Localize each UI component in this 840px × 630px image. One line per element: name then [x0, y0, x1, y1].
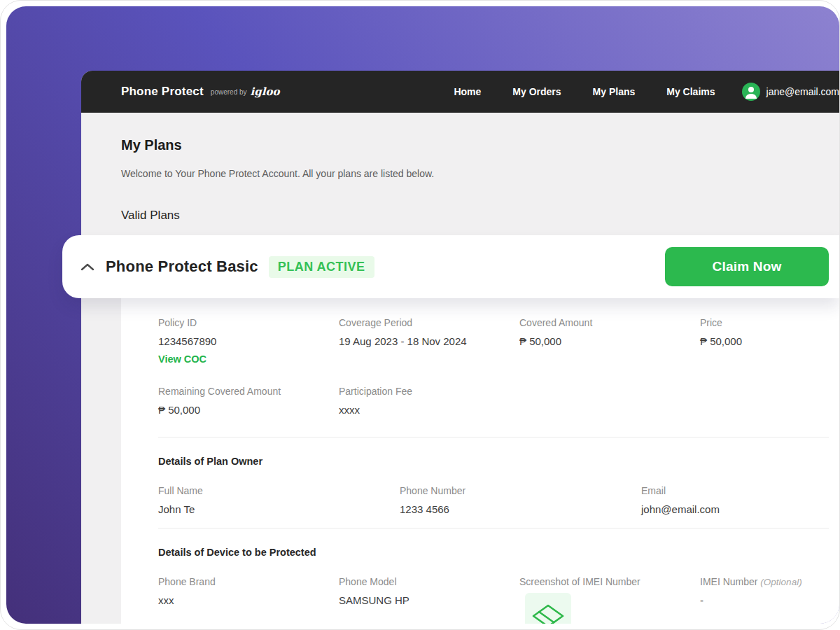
field-covered-amount: Covered Amount ₱ 50,000 [519, 317, 700, 365]
valid-plans-heading: Valid Plans [121, 209, 180, 223]
field-phone-model: Phone Model SAMSUNG HP [339, 576, 519, 624]
nav-links: Home My Orders My Plans My Claims [454, 86, 715, 97]
field-label: Remaining Covered Amount [158, 386, 339, 397]
plan-card-header: Phone Protect Basic PLAN ACTIVE Claim No… [62, 235, 839, 298]
field-label: Participation Fee [339, 386, 519, 397]
brand-title: Phone Protect [121, 85, 204, 99]
view-coc-link[interactable]: View COC [158, 354, 339, 365]
field-label: Phone Model [339, 576, 519, 587]
policy-fields-row2: Remaining Covered Amount ₱ 50,000 Partic… [158, 386, 829, 416]
field-value: ₱ 50,000 [519, 335, 700, 347]
field-full-name: Full Name John Te [158, 485, 400, 515]
field-value: ₱ 50,000 [700, 335, 839, 347]
field-label: Coverage Period [339, 317, 519, 328]
field-label: Covered Amount [519, 317, 700, 328]
nav-item-my-claims[interactable]: My Claims [666, 86, 715, 97]
field-value: SAMSUNG HP [339, 594, 519, 606]
field-value: xxxx [339, 404, 519, 416]
imei-screenshot-thumbnail[interactable] [525, 593, 571, 624]
plan-details-panel: Policy ID 1234567890 View COC Coverage P… [121, 298, 839, 624]
device-fields: Phone Brand xxx Phone Model SAMSUNG HP S… [158, 576, 829, 624]
device-section-title: Details of Device to be Protected [158, 547, 829, 558]
top-navbar: Phone Protect powered by igloo Home My O… [81, 71, 839, 113]
field-value: 19 Aug 2023 - 18 Nov 2024 [339, 335, 519, 347]
field-value: 1234567890 [158, 335, 339, 347]
field-label-text: IMEI Number [700, 576, 757, 587]
field-imei-number: IMEI Number (Optional) - [700, 576, 839, 624]
user-avatar-icon[interactable] [742, 83, 760, 101]
plan-name: Phone Protect Basic [106, 258, 258, 276]
image-placeholder-icon [530, 603, 566, 624]
field-value: 1233 4566 [400, 503, 641, 515]
nav-item-home[interactable]: Home [454, 86, 481, 97]
field-value: ₱ 50,000 [158, 404, 339, 416]
field-label: Full Name [158, 485, 400, 496]
field-label: Phone Brand [158, 576, 339, 587]
field-value: John Te [158, 503, 400, 515]
nav-item-my-orders[interactable]: My Orders [512, 86, 561, 97]
claim-now-button[interactable]: Claim Now [665, 247, 829, 286]
policy-fields-row1: Policy ID 1234567890 View COC Coverage P… [158, 317, 829, 365]
field-label: Email [641, 485, 839, 496]
user-email[interactable]: jane@email.com [766, 86, 839, 97]
field-label: Price [700, 317, 839, 328]
field-imei-screenshot: Screenshot of IMEI Number [519, 576, 700, 624]
optional-label: (Optional) [760, 577, 802, 587]
powered-by-label: powered by [211, 88, 247, 96]
field-value: xxx [158, 594, 339, 606]
plan-active-badge: PLAN ACTIVE [269, 256, 374, 278]
field-policy-id: Policy ID 1234567890 View COC [158, 317, 339, 365]
field-phone-number: Phone Number 1233 4566 [400, 485, 641, 515]
app-window: Phone Protect powered by igloo Home My O… [81, 71, 839, 624]
field-value: john@email.com [641, 503, 839, 515]
field-remaining-covered-amount: Remaining Covered Amount ₱ 50,000 [158, 386, 339, 416]
page-subtitle: Welcome to Your Phone Protect Account. A… [121, 168, 434, 179]
chevron-up-icon [80, 263, 94, 271]
owner-section-title: Details of Plan Owner [158, 456, 829, 467]
owner-fields: Full Name John Te Phone Number 1233 4566… [158, 485, 829, 515]
section-divider [158, 528, 829, 528]
field-value: - [700, 594, 839, 606]
field-label: Policy ID [158, 317, 339, 328]
field-price: Price ₱ 50,000 [700, 317, 839, 365]
collapse-plan-button[interactable] [80, 259, 95, 274]
field-email: Email john@email.com [641, 485, 839, 515]
field-label: Phone Number [400, 485, 641, 496]
field-label: Screenshot of IMEI Number [519, 576, 700, 587]
screenshot-frame: Phone Protect powered by igloo Home My O… [0, 0, 840, 630]
field-phone-brand: Phone Brand xxx [158, 576, 339, 624]
field-label: IMEI Number (Optional) [700, 576, 839, 587]
igloo-logo: igloo [251, 85, 280, 98]
field-coverage-period: Coverage Period 19 Aug 2023 - 18 Nov 202… [339, 317, 519, 365]
field-participation-fee: Participation Fee xxxx [339, 386, 519, 416]
nav-item-my-plans[interactable]: My Plans [593, 86, 636, 97]
page-title: My Plans [121, 137, 182, 153]
section-divider [158, 437, 829, 438]
purple-background: Phone Protect powered by igloo Home My O… [6, 6, 839, 624]
